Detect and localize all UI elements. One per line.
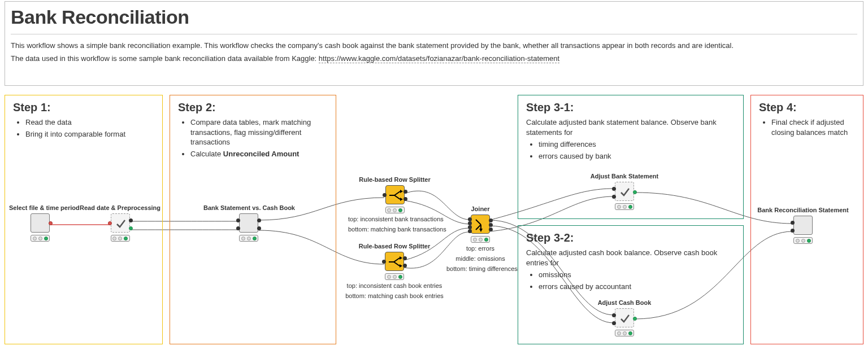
step-2-title: Step 2: [178,101,328,114]
node-sublabel: bottom: timing differences [446,265,514,273]
node-label: Rule-based Row Splitter [344,243,445,250]
list-item: errors caused by bank [539,151,735,161]
out-port-top[interactable] [403,190,407,194]
node-label: Read date & Preprocessing [79,204,161,211]
node-box[interactable] [239,213,258,233]
in-port-4[interactable] [468,229,472,233]
in-port[interactable] [382,260,386,264]
node-label: Bank Reconciliation Statement [756,207,850,213]
splitter-icon [385,252,405,272]
node-label: Adjust Cash Book [591,299,658,306]
svg-marker-13 [479,229,483,232]
description-panel[interactable]: Bank Reconciliation This workflow shows … [5,1,863,86]
out-port-top[interactable] [403,256,407,260]
in-port[interactable] [383,193,387,197]
status-lights [471,236,490,243]
step-1-title: Step 1: [13,101,154,114]
node-label: Joiner [446,205,514,212]
node-box[interactable] [793,216,813,235]
step-3-1-list: timing differences errors caused by bank [526,139,735,161]
node-box[interactable] [615,308,634,327]
out-port-1[interactable] [129,218,133,222]
text: Calculate [190,150,223,158]
out-port[interactable] [633,317,637,321]
step-1-item: Read the data [25,117,154,128]
in-port-1[interactable] [236,218,240,222]
out-port-2[interactable] [257,226,261,230]
description-prefix: The data used in this workflow is some s… [11,54,319,63]
in-port-1[interactable] [612,187,616,191]
node-adjust-bank[interactable]: Adjust Bank Statement [588,173,661,210]
node-box[interactable] [31,213,50,233]
in-port-2[interactable] [236,226,240,230]
node-box[interactable] [385,252,404,271]
out-port-2[interactable] [129,226,133,230]
svg-marker-8 [400,256,402,260]
svg-marker-9 [400,264,402,268]
splitter-icon [386,186,405,205]
in-port-2[interactable] [791,229,795,233]
node-brs[interactable]: Bank Reconciliation Statement [756,207,850,244]
status-lights [31,235,50,242]
out-port-3[interactable] [489,228,493,231]
svg-line-10 [476,220,481,225]
list-item: timing differences [539,139,735,150]
svg-line-6 [394,258,400,262]
status-lights [615,330,634,336]
in-port-2[interactable] [612,195,616,199]
node-joiner[interactable]: Joiner top: errors middle: omissions bot… [446,205,514,273]
node-bank-vs-cash[interactable]: Bank Statement vs. Cash Book [203,204,294,242]
check-icon [115,218,127,229]
list-item: errors caused by accountant [539,282,735,292]
out-port-2[interactable] [489,223,493,227]
flowvar-out-port[interactable] [49,221,53,225]
node-box[interactable] [615,182,634,201]
node-select-file[interactable]: Select file & time period [9,204,71,242]
node-box[interactable] [111,213,130,233]
node-box[interactable] [471,215,490,234]
in-port-1[interactable] [612,313,616,317]
description-line-1: This workflow shows a simple bank reconc… [11,41,857,51]
out-port-bottom[interactable] [403,197,407,201]
page-title: Bank Reconciliation [11,6,857,28]
out-port-1[interactable] [257,218,261,222]
node-splitter-2[interactable]: Rule-based Row Splitter top: inconsisten… [344,243,445,300]
in-port-3[interactable] [468,225,472,229]
node-label: Rule-based Row Splitter [348,176,441,183]
in-port-2[interactable] [612,321,616,325]
step-2-list: Compare data tables, mark matching trans… [178,117,328,159]
node-sublabel: middle: omissions [446,255,514,263]
out-port-bottom[interactable] [403,264,407,268]
divider [11,34,857,34]
svg-marker-3 [400,190,403,193]
node-sublabel: top: errors [446,245,514,253]
node-splitter-1[interactable]: Rule-based Row Splitter top: inconsisten… [348,176,441,234]
svg-line-1 [394,191,400,195]
node-box[interactable] [385,185,405,204]
node-sublabel: top: inconsistent bank transactions [348,216,441,224]
status-lights [385,207,405,213]
check-icon [619,186,631,198]
in-port-1[interactable] [468,217,472,221]
workflow-canvas[interactable]: Bank Reconciliation This workflow shows … [0,0,868,350]
node-label: Adjust Bank Statement [588,173,661,180]
check-icon [619,313,631,324]
node-adjust-cash[interactable]: Adjust Cash Book [591,299,658,336]
flowvar-in-port[interactable] [108,221,112,225]
step-2-item: Calculate Unreconciled Amount [190,149,328,159]
in-port-1[interactable] [791,221,795,225]
out-port[interactable] [633,190,637,194]
node-label: Select file & time period [9,204,71,211]
step-4-list: Final check if adjusted closing balances… [759,117,855,137]
node-read-preprocess[interactable]: Read date & Preprocessing [79,204,161,242]
node-sublabel: bottom: matching cash book entries [344,292,445,300]
kaggle-link[interactable]: https://www.kaggle.com/datasets/fozianaz… [319,54,559,63]
list-item: Final check if adjusted closing balances… [771,117,855,137]
in-port-2[interactable] [468,221,472,225]
out-port-1[interactable] [489,218,493,222]
status-lights [385,273,404,280]
status-lights [793,237,813,244]
step-3-1-title: Step 3-1: [526,101,735,114]
list-item: omissions [539,270,735,280]
step-1-item: Bring it into comparable format [25,129,154,139]
